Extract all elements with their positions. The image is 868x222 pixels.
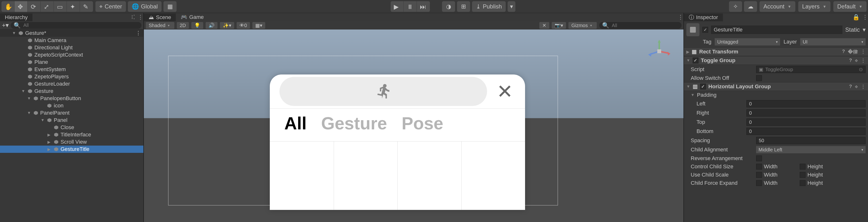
scene-search-input[interactable] [612, 23, 679, 28]
play-button[interactable]: ▶ [391, 1, 404, 12]
cloud-icon[interactable]: ☁ [744, 1, 757, 12]
tag-dropdown[interactable]: Untagged [715, 38, 780, 45]
hierarchy-item[interactable]: ▶GestureTitle [0, 146, 144, 153]
hand-tool[interactable]: ✋ [1, 1, 14, 12]
rect-transform-header[interactable]: ▶ ▦ Rect Transform ?�律⋮ [684, 47, 868, 56]
expand-height-checkbox[interactable] [800, 180, 806, 186]
hierarchy-item[interactable]: GestureLoader [0, 80, 144, 87]
padding-top-field[interactable] [746, 118, 866, 126]
pause-button[interactable]: ⏸ [404, 1, 417, 12]
hierarchy-item[interactable]: Close [0, 124, 144, 131]
2d-toggle[interactable]: 2D [177, 22, 189, 29]
toggle-group-enabled[interactable]: ✓ [693, 58, 699, 63]
gameobject-active-checkbox[interactable]: ✓ [702, 27, 708, 33]
toolbar-icon-2[interactable]: ⊞ [457, 1, 470, 12]
audio-toggle[interactable]: 🔊 [206, 22, 217, 29]
preset-icon[interactable]: ⟐ [855, 58, 858, 63]
control-width-checkbox[interactable] [756, 164, 762, 170]
hierarchy-item[interactable]: ▼Gesture [0, 87, 144, 95]
move-tool[interactable]: ✥ [14, 1, 28, 12]
toolbar-icon-1[interactable]: ◑ [442, 1, 455, 12]
static-dropdown[interactable]: ▾ [863, 26, 866, 33]
layout-dropdown[interactable]: Default [833, 1, 867, 12]
hidden-count[interactable]: 👁0 [237, 22, 250, 29]
padding-right-field[interactable] [746, 109, 866, 117]
step-button[interactable]: ⏭ [417, 1, 430, 12]
menu-icon[interactable]: ⋮ [862, 14, 868, 21]
snap-toggle[interactable]: ▦ [163, 1, 177, 12]
services-icon[interactable]: ✧ [729, 1, 742, 12]
hierarchy-item[interactable]: ▶Scroll View [0, 138, 144, 146]
tool-icon[interactable]: ✕ [539, 22, 549, 29]
lock-icon[interactable]: ⁝⁚ [131, 14, 135, 21]
spacing-field[interactable] [756, 137, 866, 144]
transform-tool[interactable]: ✦ [67, 1, 80, 12]
lighting-toggle[interactable]: 💡 [191, 22, 203, 29]
allow-switch-off-checkbox[interactable] [756, 75, 762, 81]
scale-height-checkbox[interactable] [800, 172, 806, 178]
gizmos-dropdown[interactable]: Gizmos [568, 22, 597, 29]
child-alignment-dropdown[interactable]: Middle Left [756, 146, 866, 153]
gameobject-name-field[interactable] [711, 26, 842, 34]
scene-row[interactable]: ▼ Gesture* ⋮ [0, 30, 144, 37]
help-icon[interactable]: ? [849, 58, 852, 63]
custom-tool[interactable]: ✎ [80, 1, 93, 12]
hlg-header[interactable]: ▼ ▥ ✓ Horizontal Layout Group ?⟐⋮ [684, 82, 868, 91]
menu-icon[interactable]: ⋮ [137, 14, 144, 21]
help-icon[interactable]: ? [849, 84, 852, 89]
hierarchy-item[interactable]: ZepetoPlayers [0, 73, 144, 80]
preset-icon[interactable]: ⟐ [855, 84, 858, 89]
hierarchy-search-input[interactable] [23, 23, 138, 28]
scene-menu-icon[interactable]: ⋮ [678, 14, 683, 21]
axis-gizmo[interactable] [647, 39, 671, 63]
scene-menu-icon[interactable]: ⋮ [135, 30, 141, 36]
hierarchy-item[interactable]: Main Camera [0, 37, 144, 44]
publish-dropdown[interactable]: ▾ [507, 1, 516, 12]
hierarchy-item[interactable]: ▼PanelopenButton [0, 95, 144, 102]
lock-icon[interactable]: 🔒 [852, 14, 860, 21]
component-menu-icon[interactable]: ⋮ [861, 49, 866, 55]
hierarchy-item[interactable]: ZepetoScriptContext [0, 51, 144, 59]
inspector-tab[interactable]: ⓘInspector [684, 13, 723, 21]
hierarchy-item[interactable]: ▶TitleInterface [0, 131, 144, 138]
pivot-toggle[interactable]: ⌖Center [95, 1, 126, 12]
hlg-enabled[interactable]: ✓ [700, 84, 706, 89]
account-dropdown[interactable]: Account [760, 1, 795, 12]
script-field[interactable]: ▣ ToggleGroup [756, 66, 866, 73]
rect-tool[interactable]: ▭ [54, 1, 67, 12]
layers-dropdown[interactable]: Layers [798, 1, 831, 12]
padding-left-field[interactable] [746, 100, 866, 107]
rotate-tool[interactable]: ⟳ [28, 1, 41, 12]
control-height-checkbox[interactable] [800, 164, 806, 170]
fx-toggle[interactable]: ✨▾ [220, 22, 234, 29]
preset-icon[interactable]: �律 [848, 49, 858, 55]
toggle-group-header[interactable]: ▼ ✓ Toggle Group ?⟐⋮ [684, 56, 868, 65]
scene-search[interactable]: 🔍 [599, 22, 682, 29]
hierarchy-item[interactable]: Directional Light [0, 44, 144, 51]
hierarchy-item[interactable]: ▼Panel [0, 117, 144, 124]
hierarchy-tree[interactable]: ▼ Gesture* ⋮ Main CameraDirectional Ligh… [0, 30, 144, 222]
layer-dropdown[interactable]: UI [800, 38, 866, 45]
camera-toggle[interactable]: 📷▾ [552, 22, 566, 29]
scene-viewport[interactable]: ✕ All Gesture Pose [144, 30, 683, 222]
hierarchy-item[interactable]: ▼PanelParent [0, 109, 144, 117]
shading-dropdown[interactable]: Shaded [146, 22, 175, 29]
hierarchy-item[interactable]: EventSystem [0, 66, 144, 73]
expand-width-checkbox[interactable] [756, 180, 762, 186]
help-icon[interactable]: ? [842, 49, 845, 55]
space-toggle[interactable]: 🌐Global [128, 1, 161, 12]
padding-bottom-field[interactable] [746, 128, 866, 135]
hierarchy-search[interactable]: 🔍 [11, 22, 142, 29]
publish-button[interactable]: ⤓Publish [472, 1, 506, 12]
scale-tool[interactable]: ⤢ [41, 1, 54, 12]
grid-toggle[interactable]: ▦▾ [252, 22, 265, 29]
create-dropdown[interactable]: +▾ [2, 22, 9, 29]
game-tab[interactable]: 🎮Game [176, 13, 209, 21]
padding-label[interactable]: Padding [697, 92, 717, 98]
reverse-checkbox[interactable] [756, 155, 762, 161]
scene-tab[interactable]: ⛰Scene [144, 13, 176, 21]
component-menu-icon[interactable]: ⋮ [861, 84, 866, 89]
hierarchy-tab[interactable]: Hierarchy [0, 13, 32, 21]
hierarchy-item[interactable]: icon [0, 102, 144, 109]
scale-width-checkbox[interactable] [756, 172, 762, 178]
